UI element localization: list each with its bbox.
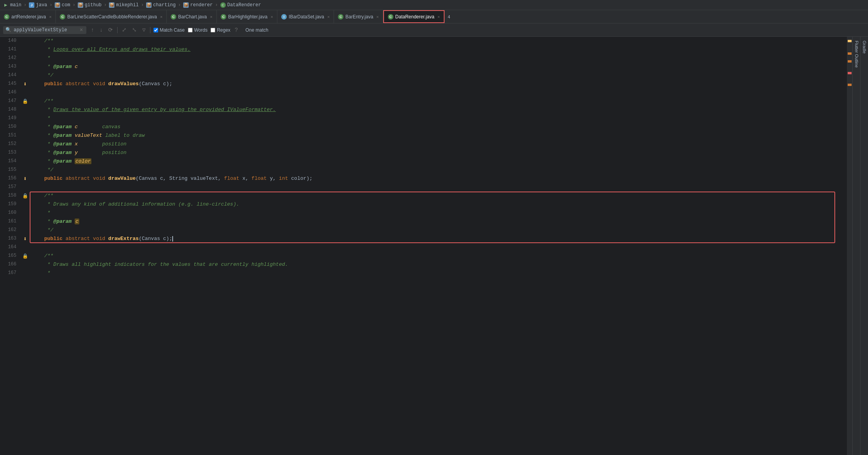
search-shrink-button[interactable]: ⤡ bbox=[131, 27, 138, 33]
breadcrumb-item-github[interactable]: 📦 github bbox=[78, 2, 102, 8]
search-clear-button[interactable]: × bbox=[79, 27, 84, 33]
match-count: One match bbox=[245, 27, 268, 33]
words-checkbox[interactable] bbox=[188, 28, 193, 32]
table-row: 143 * @param c bbox=[0, 63, 847, 71]
table-row: 155 */ bbox=[0, 166, 847, 174]
search-loop-button[interactable]: ⟳ bbox=[107, 27, 114, 33]
vertical-scrollbar[interactable] bbox=[847, 37, 852, 455]
tab-close-button[interactable]: × bbox=[327, 14, 330, 19]
tab-close-button[interactable]: × bbox=[438, 14, 440, 19]
table-row: 152 * @param x position bbox=[0, 140, 847, 149]
breadcrumb-item-main[interactable]: ▶ main bbox=[3, 2, 21, 8]
table-row: 148 * Draws the value of the given entry… bbox=[0, 106, 847, 114]
regex-option[interactable]: Regex bbox=[211, 27, 230, 33]
table-row: 163 ⬇ public abstract void drawExtras(Ca… bbox=[0, 235, 847, 243]
table-row: 154 * @param color bbox=[0, 157, 847, 166]
match-case-checkbox[interactable] bbox=[154, 28, 158, 32]
scrollbar-marker-top bbox=[848, 40, 852, 42]
table-row: 153 * @param y position bbox=[0, 149, 847, 157]
table-row: 145 ⬇ public abstract void drawValues(Ca… bbox=[0, 80, 847, 88]
table-row: 161 * @param c bbox=[0, 217, 847, 226]
table-row: 159 * Draws any kind of additional infor… bbox=[0, 200, 847, 209]
search-help-button[interactable]: ? bbox=[234, 27, 239, 33]
tab-icon: C bbox=[60, 14, 65, 20]
breadcrumb-item-charting[interactable]: 📦 charting bbox=[146, 2, 176, 8]
table-row: 140 /** bbox=[0, 37, 847, 45]
breadcrumb-item-datarenderer[interactable]: C DataRenderer bbox=[220, 2, 261, 8]
search-expand-button[interactable]: ⤢ bbox=[121, 27, 128, 33]
tab-icon: C bbox=[171, 14, 176, 20]
search-down-button[interactable]: ↓ bbox=[98, 27, 104, 33]
pkg-icon: 📦 bbox=[146, 2, 152, 8]
match-case-option[interactable]: Match Case bbox=[154, 27, 185, 33]
search-input[interactable] bbox=[14, 27, 76, 33]
table-row: 144 */ bbox=[0, 71, 847, 80]
table-row: 165 🔒 /** bbox=[0, 252, 847, 260]
table-row: 167 * bbox=[0, 269, 847, 278]
tab-close-button[interactable]: × bbox=[49, 14, 52, 19]
pkg-icon: 📦 bbox=[109, 2, 114, 8]
table-row: 164 bbox=[0, 243, 847, 252]
tab-overflow-count[interactable]: 4 bbox=[445, 14, 453, 19]
arrow-marker: ⬇ bbox=[20, 235, 30, 243]
table-row: 160 * bbox=[0, 209, 847, 217]
tab-datarenderer[interactable]: C DataRenderer.java × bbox=[383, 10, 445, 23]
tabs-bar: C artRenderer.java × C BarLineScatterCan… bbox=[0, 10, 868, 23]
tab-icon: C bbox=[388, 14, 393, 20]
class-icon: C bbox=[220, 2, 226, 8]
tab-close-button[interactable]: × bbox=[210, 14, 212, 19]
lock-marker: 🔒 bbox=[20, 252, 30, 260]
breadcrumb-item-renderer[interactable]: 📦 renderer bbox=[183, 2, 213, 8]
scrollbar-marker-mid1 bbox=[848, 52, 852, 55]
tab-icon: C bbox=[4, 14, 9, 20]
table-row: 146 bbox=[0, 88, 847, 97]
gradle-panel[interactable]: Gradle bbox=[860, 37, 868, 455]
search-filter-button[interactable]: ▽ bbox=[141, 27, 146, 33]
tab-barlinescatter[interactable]: C BarLineScatterCandleBubbleRenderer.jav… bbox=[56, 10, 167, 23]
flutter-outline-panel[interactable]: Flutter Outline bbox=[852, 37, 860, 455]
tab-barchart[interactable]: C BarChart.java × bbox=[167, 10, 217, 23]
words-option[interactable]: Words bbox=[188, 27, 207, 33]
search-icon: 🔍 bbox=[5, 27, 11, 33]
tab-icon: C bbox=[221, 14, 226, 20]
folder-icon: ▶ bbox=[3, 2, 9, 8]
search-input-container: 🔍 × bbox=[3, 26, 86, 34]
arrow-marker: ⬇ bbox=[20, 80, 30, 88]
pkg-icon: 📦 bbox=[183, 2, 189, 8]
editor-area: 140 /** 141 * Loops over all Entrys and … bbox=[0, 37, 868, 455]
tab-artrenderer[interactable]: C artRenderer.java × bbox=[0, 10, 56, 23]
search-up-button[interactable]: ↑ bbox=[89, 27, 95, 33]
table-row: 166 * Draws all highlight indicators for… bbox=[0, 260, 847, 269]
table-row: 141 * Loops over all Entrys and draws th… bbox=[0, 45, 847, 54]
code-area: 140 /** 141 * Loops over all Entrys and … bbox=[0, 37, 847, 455]
table-row: 157 bbox=[0, 183, 847, 192]
breadcrumb-item-java[interactable]: J java bbox=[29, 2, 47, 8]
tab-close-button[interactable]: × bbox=[271, 14, 273, 19]
code-lines: 140 /** 141 * Loops over all Entrys and … bbox=[0, 37, 847, 278]
lock-marker: 🔒 bbox=[20, 192, 30, 200]
tab-close-button[interactable]: × bbox=[376, 14, 379, 19]
tab-close-button[interactable]: × bbox=[160, 14, 163, 19]
tab-ibardataset[interactable]: I IBarDataSet.java × bbox=[277, 10, 334, 23]
table-row: 150 * @param c canvas bbox=[0, 123, 847, 131]
java-icon: J bbox=[29, 2, 34, 8]
table-row: 151 * @param valueText label to draw bbox=[0, 131, 847, 140]
table-row: 162 */ bbox=[0, 226, 847, 235]
tab-icon: C bbox=[338, 14, 343, 20]
tab-barentry[interactable]: C BarEntry.java × bbox=[334, 10, 383, 23]
scrollbar-marker-red bbox=[848, 72, 852, 74]
tab-barhighlighter[interactable]: C BarHighlighter.java × bbox=[217, 10, 277, 23]
breadcrumb-item-com[interactable]: 📦 com bbox=[55, 2, 70, 8]
table-row: 142 * bbox=[0, 54, 847, 63]
pkg-icon: 📦 bbox=[55, 2, 60, 8]
scrollbar-marker-bottom bbox=[848, 84, 852, 86]
breadcrumb-item-mikephil[interactable]: 📦 mikephil bbox=[109, 2, 139, 8]
table-row: 156 ⬇ public abstract void drawValue(Can… bbox=[0, 174, 847, 183]
arrow-marker: ⬇ bbox=[20, 174, 30, 183]
tab-icon: I bbox=[281, 14, 287, 20]
regex-checkbox[interactable] bbox=[211, 28, 215, 32]
scrollbar-marker-mid2 bbox=[848, 60, 852, 63]
table-row: 147 🔒 /** bbox=[0, 97, 847, 106]
table-row: 158 🔒 /** bbox=[0, 192, 847, 200]
breadcrumb: ▶ main › J java › 📦 com › 📦 github › 📦 m… bbox=[0, 0, 868, 10]
